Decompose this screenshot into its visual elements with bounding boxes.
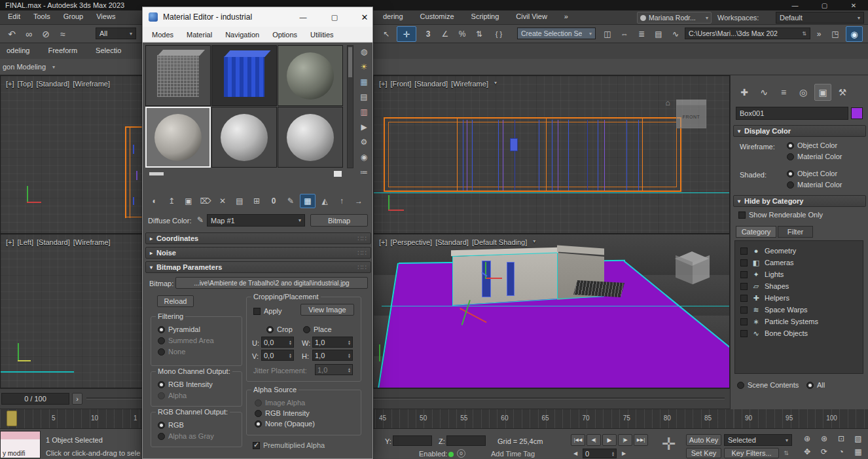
menu-item[interactable]: Group xyxy=(57,10,90,22)
viewport-menu-plus[interactable]: [+] xyxy=(6,80,14,88)
ribbon-tab[interactable]: odeling xyxy=(0,45,36,56)
category-row[interactable]: ∗ Particle Systems xyxy=(735,316,863,327)
viewport-menu-pov[interactable]: [Perspective] xyxy=(391,238,433,246)
h-spinner[interactable]: 1,0▴▾ xyxy=(312,350,353,361)
time-slider[interactable]: 0 / 100 xyxy=(1,393,69,405)
viewport-menu-standard[interactable]: [Standard] xyxy=(435,238,469,246)
zoom-region-icon[interactable]: ▧ xyxy=(851,433,865,445)
map-name-dropdown[interactable]: Map #1 ▾ xyxy=(207,214,305,227)
category-row[interactable]: ▱ Shapes xyxy=(735,280,863,292)
zoom-extents-icon[interactable]: ⊡ xyxy=(834,433,848,445)
dialog-menu-item[interactable]: Material xyxy=(180,29,219,41)
viewport-menu-standard[interactable]: [Standard] xyxy=(414,80,448,88)
time-slider-marker[interactable] xyxy=(7,411,17,426)
viewport-menu-pov[interactable]: [Front] xyxy=(391,80,412,88)
wireframe-object-color-radio[interactable]: Object Color xyxy=(787,141,837,150)
viewport-menu-standard[interactable]: [Standard] xyxy=(37,238,70,246)
edit-named-selection-sets-icon[interactable]: { } xyxy=(490,27,508,41)
next-frame-step-button[interactable]: |▶ xyxy=(618,434,632,446)
select-and-link-icon[interactable]: ∞ xyxy=(21,27,37,41)
category-row[interactable]: ≋ Space Warps xyxy=(735,304,863,316)
dialog-titlebar[interactable]: Material Editor - industrial — ▢ ✕ xyxy=(143,7,372,27)
category-checkbox[interactable] xyxy=(740,271,748,278)
viewport-menu-shading[interactable]: [Default Shading] xyxy=(472,238,527,246)
viewport-menu-plus[interactable]: [+] xyxy=(379,80,388,88)
category-row[interactable]: ✚ Helpers xyxy=(735,292,863,304)
viewport-menu-pov[interactable]: [Left] xyxy=(18,238,33,246)
sample-scrollbar[interactable] xyxy=(347,45,353,168)
dialog-menu-item[interactable]: Utilities xyxy=(304,29,340,41)
go-to-parent-icon[interactable]: ↑ xyxy=(334,194,350,208)
frame-number-field[interactable]: 0 ▴▾ xyxy=(583,449,617,458)
viewport-menu-pov[interactable]: [Top] xyxy=(18,80,33,88)
hierarchy-tab-icon[interactable]: ≡ xyxy=(775,84,792,101)
bind-to-space-warp-icon[interactable]: ≈ xyxy=(55,27,71,41)
minimize-icon[interactable]: — xyxy=(295,11,312,23)
w-spinner[interactable]: 1,0▴▾ xyxy=(312,337,353,348)
modify-tab-icon[interactable]: ∿ xyxy=(755,84,772,101)
select-by-material-icon[interactable]: ◉ xyxy=(357,151,371,164)
reload-button[interactable]: Reload xyxy=(157,295,194,307)
category-checkbox[interactable] xyxy=(740,306,748,314)
viewport-menu-shading[interactable]: [Wireframe] xyxy=(73,238,111,246)
orbit-icon[interactable]: ⟳ xyxy=(817,446,831,458)
object-color-swatch[interactable] xyxy=(851,107,863,119)
category-checkbox[interactable] xyxy=(740,259,748,266)
scrollbar-thumb[interactable] xyxy=(348,47,352,77)
motion-tab-icon[interactable]: ◎ xyxy=(795,84,812,101)
toolbar-overflow-icon[interactable]: » xyxy=(813,27,825,41)
chevron-down-icon[interactable]: ▾ xyxy=(530,238,535,246)
place-radio[interactable]: Place xyxy=(303,325,332,334)
jitter-spinner[interactable]: 1,0▴▾ xyxy=(315,364,353,375)
view-image-button[interactable]: View Image xyxy=(300,304,354,316)
v-spinner[interactable]: 0,0▴▾ xyxy=(261,350,294,361)
render-frame-icon[interactable]: ◳ xyxy=(827,27,843,41)
viewport-menu-standard[interactable]: [Standard] xyxy=(36,80,69,88)
noise-rollout[interactable]: ▸Noise∷∷ xyxy=(145,247,371,259)
go-to-end-button[interactable]: ▶▶| xyxy=(634,434,648,446)
key-filters-button[interactable]: Key Filters... xyxy=(724,448,779,458)
dialog-menu-item[interactable]: Modes xyxy=(145,29,180,41)
image-alpha-radio[interactable]: Image Alpha xyxy=(255,398,305,407)
category-checkbox[interactable] xyxy=(740,318,748,325)
tab-filter[interactable]: Filter xyxy=(778,226,813,238)
zoom-icon[interactable]: ⊕ xyxy=(800,433,814,445)
select-and-move-icon[interactable]: ✛ xyxy=(397,26,416,42)
menu-item[interactable]: Civil View xyxy=(509,10,553,22)
zoom-all-icon[interactable]: ⊛ xyxy=(817,433,831,445)
home-icon[interactable]: ⌂ xyxy=(663,98,672,107)
spinner-arrows-icon[interactable]: ⇅ xyxy=(782,448,791,458)
maximize-icon[interactable]: ▢ xyxy=(326,11,343,23)
select-object-icon[interactable]: ↖ xyxy=(378,27,394,41)
workspace-dropdown[interactable]: Default ▾ xyxy=(776,12,864,24)
menu-item[interactable]: Customize xyxy=(414,10,461,22)
sample-slot-active[interactable] xyxy=(145,107,211,168)
sample-slot[interactable] xyxy=(211,107,277,168)
make-preview-icon[interactable]: ▶ xyxy=(357,120,371,134)
delete-icon[interactable]: ⌦ xyxy=(198,194,213,208)
viewport-menu-shading[interactable]: [Wireframe] xyxy=(73,80,110,88)
sample-slot[interactable] xyxy=(278,45,343,106)
map-type-button[interactable]: Bitmap xyxy=(310,214,368,227)
shaded-object-color-radio[interactable]: Object Color xyxy=(787,169,837,178)
sample-scroll-handle[interactable] xyxy=(149,172,164,175)
minimize-icon[interactable]: — xyxy=(780,0,810,10)
viewport-menu-plus[interactable]: [+] xyxy=(6,238,14,246)
field-of-view-icon[interactable]: ◔ xyxy=(834,446,848,458)
sample-tiling-icon[interactable]: ▤ xyxy=(357,90,371,103)
bitmap-path-button[interactable]: ...ive\Ambiente de Trabalho\2 ano digita… xyxy=(175,277,368,289)
curve-editor-icon[interactable]: ∿ xyxy=(668,27,683,41)
viewport-menu-shading[interactable]: [Wireframe] xyxy=(451,80,488,88)
create-tab-icon[interactable]: ✚ xyxy=(736,84,753,101)
background-icon[interactable]: ▦ xyxy=(357,75,371,88)
video-color-check-icon[interactable]: ▥ xyxy=(357,105,371,119)
rgb-radio[interactable]: RGB xyxy=(158,420,184,430)
spinner-snap-icon[interactable]: ⇅ xyxy=(471,27,487,41)
close-icon[interactable]: ✕ xyxy=(356,9,373,26)
scene-contents-radio[interactable]: Scene Contents xyxy=(737,380,799,390)
set-key-button[interactable]: Set Key xyxy=(686,448,721,458)
none-opaque-radio[interactable]: None (Opaque) xyxy=(255,419,315,428)
options-icon[interactable]: ⚙ xyxy=(357,136,371,149)
sample-slot[interactable] xyxy=(145,45,211,106)
dialog-menu-item[interactable]: Options xyxy=(266,29,304,41)
